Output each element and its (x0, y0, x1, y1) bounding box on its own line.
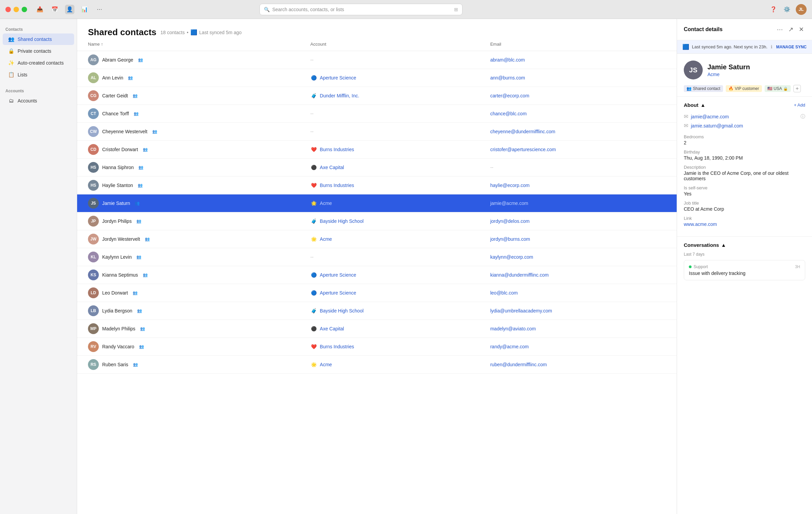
email-link[interactable]: haylie@ecorp.com (490, 183, 529, 188)
email-link[interactable]: ruben@dundermifflinc.com (490, 362, 547, 367)
search-bar[interactable]: 🔍 Search accounts, contacts, or lists ⊞ (260, 4, 463, 15)
email-link[interactable]: kianna@dundermifflinc.com (490, 272, 549, 278)
table-row[interactable]: CG Carter Geidt 👥 🧳 Dunder Mifflin, Inc.… (77, 87, 677, 105)
email-link[interactable]: jamie@acme.com (490, 201, 528, 206)
email-link[interactable]: ann@burns.com (490, 75, 525, 80)
panel-close-button[interactable]: ✕ (797, 24, 805, 34)
email-link[interactable]: randy@acme.com (490, 344, 529, 349)
email-link[interactable]: cheyenne@dundermifflinc.com (490, 129, 555, 134)
email-link[interactable]: madelyn@aviato.com (490, 326, 536, 331)
name-cell: LD Leo Dorwart 👥 (77, 284, 305, 302)
contacts-icon[interactable]: 👤 (65, 5, 74, 14)
table-row[interactable]: RV Randy Vaccaro 👥 ❤️ Burns Industries r… (77, 338, 677, 356)
email-link[interactable]: chance@blc.com (490, 111, 527, 116)
contact-avatar: JW (88, 234, 99, 244)
more-icon[interactable]: ⋯ (95, 5, 104, 14)
account-link[interactable]: Burns Industries (320, 147, 354, 152)
sidebar-item-private[interactable]: 🔒 Private contacts (3, 45, 74, 57)
contact-name-cell: RV Randy Vaccaro 👥 (88, 341, 299, 352)
tag-country[interactable]: 🇺🇸 USA 🔒 (765, 85, 791, 92)
contact-badge: 👥 (152, 129, 157, 134)
account-link[interactable]: Bayside High School (320, 218, 363, 224)
email-link[interactable]: abram@blc.com (490, 57, 525, 63)
account-link[interactable]: Aperture Science (320, 290, 356, 296)
email-link[interactable]: carter@ecorp.com (490, 93, 529, 98)
account-link[interactable]: Burns Industries (320, 183, 354, 188)
table-row[interactable]: JW Jordyn Westervelt 👥 🌟 Acme jordyn@bur… (77, 230, 677, 248)
account-link[interactable]: Axe Capital (320, 165, 344, 170)
account-logo-icon: ❤️ (310, 146, 317, 153)
calendar-icon[interactable]: 📅 (50, 5, 60, 14)
table-row[interactable]: JS Jamie Saturn 👥 🌟 Acme jamie@acme.com (77, 194, 677, 212)
table-row[interactable]: AG Abram George 👥 -- abram@blc.com (77, 51, 677, 69)
table-row[interactable]: CW Cheyenne Westervelt 👥 -- cheyenne@dun… (77, 123, 677, 141)
table-row[interactable]: LB Lydia Bergson 👥 🧳 Bayside High School… (77, 302, 677, 320)
tag-shared-icon: 👥 (686, 86, 692, 91)
contact-name-cell: HS Haylie Stanton 👥 (88, 180, 299, 191)
panel-more-button[interactable]: ⋯ (775, 24, 784, 34)
sidebar-item-auto[interactable]: ✨ Auto-created contacts (3, 57, 74, 69)
table-row[interactable]: JP Jordyn Philips 👥 🧳 Bayside High Schoo… (77, 212, 677, 230)
contact-name-cell: CW Cheyenne Westervelt 👥 (88, 126, 299, 137)
manage-sync-button[interactable]: MANAGE SYNC (776, 45, 807, 49)
help-icon[interactable]: ❓ (769, 5, 778, 14)
email-icon-1: ✉ (684, 113, 688, 120)
email-link[interactable]: leo@blc.com (490, 290, 518, 296)
settings-icon[interactable]: ⚙️ (782, 5, 792, 14)
account-link[interactable]: Bayside High School (320, 308, 363, 313)
field-link-value[interactable]: www.acme.com (684, 221, 805, 227)
table-row[interactable]: CD Cristofer Dorwart 👥 ❤️ Burns Industri… (77, 141, 677, 159)
add-tag-button[interactable]: + (793, 85, 801, 92)
account-link[interactable]: Acme (320, 362, 332, 367)
account-link[interactable]: Axe Capital (320, 326, 344, 331)
sidebar-item-shared[interactable]: 👥 Shared contacts (3, 33, 74, 45)
profile-company[interactable]: Acme (707, 72, 750, 77)
conversation-card[interactable]: Support 3H Issue with delivery tracking (684, 260, 805, 280)
table-row[interactable]: HS Hanna Siphron 👥 ⚫ Axe Capital -- (77, 159, 677, 177)
sidebar-item-accounts[interactable]: 🗂 Accounts (3, 95, 74, 106)
name-cell: AG Abram George 👥 (77, 51, 305, 69)
tag-vip[interactable]: 🔥 VIP customer (726, 85, 762, 92)
field-birthday: Birthday Thu, Aug 18, 1990, 2:00 PM (684, 149, 805, 161)
contact-name: Cristofer Dorwart (102, 147, 138, 152)
table-row[interactable]: KS Kianna Septimus 👥 🔵 Aperture Science … (77, 266, 677, 284)
filter-icon[interactable]: ⊞ (454, 7, 458, 12)
account-link[interactable]: Aperture Science (320, 272, 356, 278)
field-selfserve-label: Is self-serve (684, 185, 805, 190)
account-link[interactable]: Burns Industries (320, 344, 354, 349)
inbox-icon[interactable]: 📥 (35, 5, 45, 14)
table-row[interactable]: LD Leo Dorwart 👥 🔵 Aperture Science leo@… (77, 284, 677, 302)
table-row[interactable]: KL Kaylynn Levin 👥 -- kaylynn@ecorp.com (77, 248, 677, 266)
tag-shared[interactable]: 👥 Shared contact (684, 85, 723, 92)
table-row[interactable]: MP Madelyn Philips 👥 ⚫ Axe Capital madel… (77, 320, 677, 338)
account-link[interactable]: Acme (320, 236, 332, 242)
minimize-button[interactable] (14, 7, 19, 12)
sidebar-item-lists[interactable]: 📋 Lists (3, 69, 74, 80)
close-button[interactable] (5, 7, 11, 12)
panel-open-button[interactable]: ↗ (787, 24, 795, 34)
user-avatar[interactable]: JL (796, 4, 807, 15)
account-link[interactable]: Dunder Mifflin, Inc. (320, 93, 359, 98)
email-cell: ann@burns.com (485, 69, 677, 87)
table-row[interactable]: AL Ann Levin 👥 🔵 Aperture Science ann@bu… (77, 69, 677, 87)
table-row[interactable]: CT Chance Torff 👥 -- chance@blc.com (77, 105, 677, 123)
chart-icon[interactable]: 📊 (80, 5, 89, 14)
email-link[interactable]: jordyn@burns.com (490, 236, 530, 242)
contact-avatar: LB (88, 305, 99, 316)
email-link[interactable]: jordyn@delos.com (490, 218, 529, 224)
email-link[interactable]: kaylynn@ecorp.com (490, 254, 533, 260)
email-info-icon-1[interactable]: ⓘ (800, 114, 805, 120)
name-cell: CT Chance Torff 👥 (77, 105, 305, 123)
name-cell: CW Cheyenne Westervelt 👥 (77, 123, 305, 141)
email-address-2[interactable]: jamie.saturn@gmail.com (691, 123, 743, 128)
table-row[interactable]: RS Ruben Saris 👥 🌟 Acme ruben@dundermiff… (77, 356, 677, 374)
account-link[interactable]: Acme (320, 201, 332, 206)
table-row[interactable]: HS Haylie Stanton 👥 ❤️ Burns Industries … (77, 177, 677, 194)
email-link[interactable]: lydia@umbrellaacademy.com (490, 308, 552, 313)
email-address-1[interactable]: jamie@acme.com (691, 114, 729, 119)
add-field-button[interactable]: + Add (794, 102, 805, 108)
account-link[interactable]: Aperture Science (320, 75, 356, 80)
maximize-button[interactable] (22, 7, 27, 12)
email-link[interactable]: cristofer@aperturescience.com (490, 147, 556, 152)
name-cell: RS Ruben Saris 👥 (77, 356, 305, 374)
